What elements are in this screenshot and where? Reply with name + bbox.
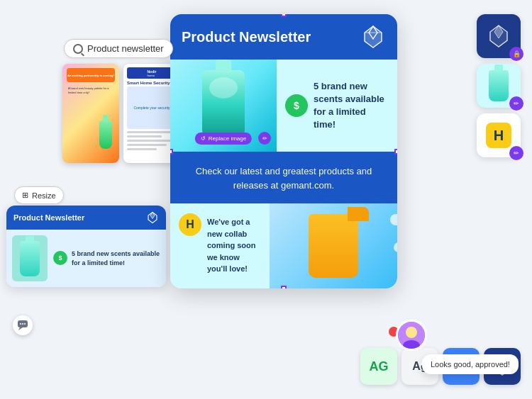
main-newsletter-card: Product Newsletter ↺ Replace image ✏ $ 5… (170, 14, 397, 288)
mini-description: 5 brand new scents available for a limit… (72, 249, 160, 267)
product-image-area[interactable]: ↺ Replace image ✏ (170, 60, 277, 152)
chat-bubble-icon (17, 320, 28, 331)
thumbnail-pink[interactable]: An exciting partnership is coming! A bra… (62, 64, 119, 163)
search-bar[interactable]: Product newsletter (64, 39, 173, 58)
right-icon-yellow-h[interactable]: H ✏ (477, 113, 521, 157)
resize-label: Resize (32, 191, 56, 200)
edit-badge-2: ✏ (509, 96, 523, 111)
search-input-value: Product newsletter (87, 43, 164, 54)
edit-dot[interactable]: ✏ (258, 132, 271, 145)
search-icon (73, 44, 83, 54)
mini-bottle (12, 235, 48, 281)
product-bottle (202, 70, 245, 141)
selection-handle-tl[interactable] (170, 14, 173, 17)
svg-marker-3 (18, 327, 23, 330)
section1-description: 5 brand new scents available for a limit… (314, 80, 389, 132)
section1-text: $ 5 brand new scents available for a lim… (277, 60, 397, 152)
selection-handle-br[interactable] (394, 286, 397, 288)
section2-text: Check our latest and greatest products a… (184, 164, 383, 192)
approval-bubble: Looks good, approved! (422, 354, 519, 374)
collab-description: We've got a new collab coming soon we kn… (207, 213, 261, 275)
mini-preview-card: Product Newsletter $ 5 brand new scents … (6, 206, 166, 287)
template-thumbnails: An exciting partnership is coming! A bra… (62, 64, 180, 163)
selection-handle-tm[interactable] (281, 14, 287, 17)
mini-card-header: Product Newsletter (6, 206, 166, 230)
lock-badge-1: 🔒 (509, 47, 523, 61)
mini-card-title: Product Newsletter (13, 213, 84, 222)
svg-marker-7 (365, 26, 382, 47)
brand-ag-label: AG (370, 359, 389, 374)
resize-button[interactable]: ⊞ Resize (14, 186, 64, 204)
chat-icon[interactable] (13, 315, 33, 335)
mini-card-body: $ 5 brand new scents available for a lim… (6, 230, 166, 287)
avatar-image (398, 322, 425, 349)
mini-text-block: $ 5 brand new scents available for a lim… (53, 249, 160, 267)
collab-image-area[interactable] (270, 203, 397, 288)
right-icon-bottle[interactable]: ✏ (477, 64, 521, 108)
approval-message: Looks good, approved! (431, 360, 510, 369)
svg-point-6 (24, 323, 26, 325)
svg-point-11 (406, 327, 417, 338)
thumb-product-img-area: Complete your security (127, 86, 177, 129)
user-avatar[interactable] (396, 320, 427, 351)
thumb-body-text: A brand new beauty palette for a limited… (67, 85, 115, 97)
spray-bottle (309, 214, 358, 278)
selection-handle-bm[interactable] (281, 286, 287, 288)
thumb-text-lines (127, 131, 177, 159)
mini-gem-icon (146, 211, 159, 224)
thumb-green-header: Nodir home (127, 67, 177, 79)
collab-text-area: H We've got a new collab coming soon we … (170, 203, 270, 288)
thumb-product-image (95, 120, 116, 156)
main-section2-banner: Check our latest and greatest products a… (170, 153, 397, 203)
gem-icon-dark (486, 23, 511, 49)
svg-point-4 (20, 323, 21, 325)
main-card-title: Product Newsletter (182, 29, 311, 45)
green-circle-icon: $ (285, 94, 308, 117)
right-icon-panel: 🔒 ✏ H ✏ (477, 14, 521, 157)
mini-green-circle: $ (53, 251, 67, 265)
resize-icon: ⊞ (22, 191, 28, 200)
edit-badge-3: ✏ (509, 146, 523, 160)
replace-image-label: Replace image (209, 135, 246, 142)
selection-handle-rm[interactable] (394, 149, 397, 154)
right-icon-gem-dark[interactable]: 🔒 (477, 14, 521, 58)
yellow-h-icon: H (179, 213, 201, 236)
brand-ag-green[interactable]: AG (360, 348, 397, 385)
selection-handle-bl[interactable] (170, 286, 173, 288)
main-section3: H We've got a new collab coming soon we … (170, 203, 397, 288)
main-card-header: Product Newsletter (170, 14, 397, 60)
main-gem-icon (360, 24, 386, 50)
selection-handle-tr[interactable] (394, 14, 397, 17)
selection-handle-lm[interactable] (170, 149, 173, 154)
replace-image-button[interactable]: ↺ Replace image (195, 133, 252, 145)
svg-point-5 (22, 323, 23, 325)
thumb-header: An exciting partnership is coming! (67, 68, 115, 82)
main-section1: ↺ Replace image ✏ $ 5 brand new scents a… (170, 60, 397, 153)
